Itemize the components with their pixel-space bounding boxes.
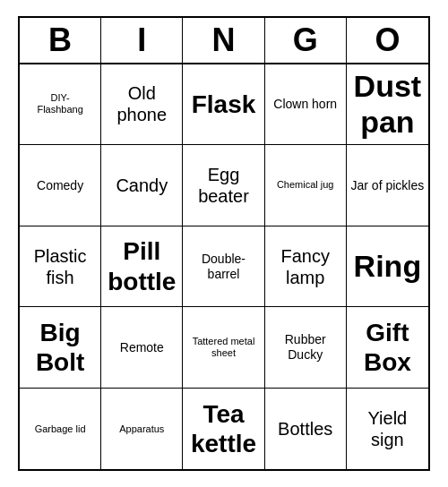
bingo-cell-20: Garbage lid bbox=[20, 389, 101, 470]
header-letter-g: G bbox=[265, 18, 347, 63]
bingo-cell-22: Tea kettle bbox=[183, 389, 264, 470]
cell-text-16: Remote bbox=[120, 340, 164, 355]
cell-text-22: Tea kettle bbox=[186, 399, 260, 459]
cell-text-14: Ring bbox=[354, 248, 422, 285]
bingo-cell-10: Plastic fish bbox=[20, 226, 101, 308]
bingo-cell-14: Ring bbox=[347, 226, 428, 308]
bingo-cell-6: Candy bbox=[101, 145, 183, 226]
cell-text-0: DIY- Flashbang bbox=[37, 92, 82, 115]
cell-text-9: Jar of pickles bbox=[351, 178, 425, 193]
bingo-cell-9: Jar of pickles bbox=[347, 145, 428, 226]
bingo-cell-7: Egg beater bbox=[183, 145, 264, 226]
cell-text-10: Plastic fish bbox=[23, 245, 97, 288]
bingo-cell-23: Bottles bbox=[265, 389, 347, 470]
bingo-card: BINGO DIY- FlashbangOld phoneFlaskClown … bbox=[18, 16, 430, 472]
cell-text-3: Clown horn bbox=[273, 97, 337, 112]
bingo-cell-16: Remote bbox=[101, 307, 183, 389]
cell-text-20: Garbage lid bbox=[35, 423, 86, 435]
cell-text-5: Comedy bbox=[37, 178, 83, 193]
cell-text-7: Egg beater bbox=[186, 164, 260, 207]
cell-text-13: Fancy lamp bbox=[269, 245, 342, 288]
bingo-cell-15: Big Bolt bbox=[20, 307, 101, 389]
bingo-cell-3: Clown horn bbox=[265, 64, 347, 146]
cell-text-1: Old phone bbox=[105, 82, 178, 125]
cell-text-12: Double-barrel bbox=[186, 252, 260, 282]
bingo-cell-21: Apparatus bbox=[101, 389, 183, 470]
header-letter-n: N bbox=[183, 18, 264, 63]
bingo-cell-17: Tattered metal sheet bbox=[183, 307, 264, 389]
bingo-cell-0: DIY- Flashbang bbox=[20, 64, 101, 146]
cell-text-2: Flask bbox=[192, 90, 256, 120]
header-letter-o: O bbox=[347, 18, 428, 63]
bingo-cell-8: Chemical jug bbox=[265, 145, 347, 226]
bingo-header: BINGO bbox=[20, 18, 428, 64]
cell-text-19: Gift Box bbox=[350, 318, 425, 378]
header-letter-b: B bbox=[20, 18, 101, 63]
bingo-cell-11: Pill bottle bbox=[101, 226, 183, 308]
bingo-cell-19: Gift Box bbox=[347, 307, 428, 389]
cell-text-21: Apparatus bbox=[119, 423, 164, 435]
cell-text-11: Pill bottle bbox=[105, 236, 178, 296]
bingo-cell-13: Fancy lamp bbox=[265, 226, 347, 308]
bingo-cell-1: Old phone bbox=[101, 64, 183, 146]
cell-text-4: Dust pan bbox=[350, 68, 425, 141]
bingo-cell-5: Comedy bbox=[20, 145, 101, 226]
cell-text-6: Candy bbox=[116, 175, 168, 196]
cell-text-18: Rubber Ducky bbox=[269, 332, 342, 363]
bingo-cell-18: Rubber Ducky bbox=[265, 307, 347, 389]
cell-text-24: Yield sign bbox=[350, 407, 425, 450]
cell-text-15: Big Bolt bbox=[23, 318, 97, 378]
bingo-cell-24: Yield sign bbox=[347, 389, 428, 470]
cell-text-17: Tattered metal sheet bbox=[186, 336, 260, 359]
header-letter-i: I bbox=[101, 18, 183, 63]
cell-text-8: Chemical jug bbox=[277, 179, 334, 191]
cell-text-23: Bottles bbox=[278, 418, 332, 440]
bingo-grid: DIY- FlashbangOld phoneFlaskClown hornDu… bbox=[20, 64, 428, 470]
bingo-cell-4: Dust pan bbox=[347, 64, 428, 146]
bingo-cell-12: Double-barrel bbox=[183, 226, 264, 308]
bingo-cell-2: Flask bbox=[183, 64, 264, 146]
